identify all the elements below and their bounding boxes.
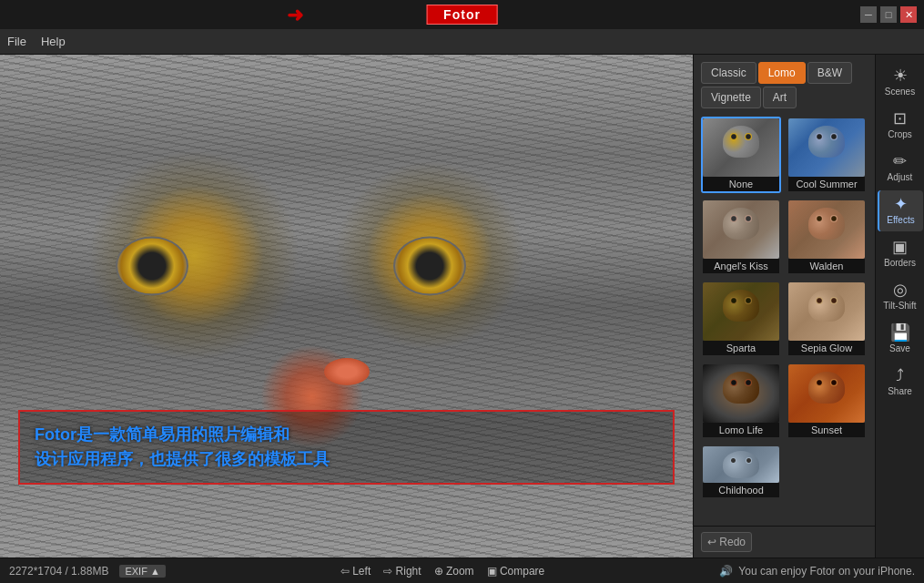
tool-borders-label: Borders [884, 258, 916, 269]
status-right: 🔊 You can enjoy Fotor on your iPhone. [719, 565, 915, 578]
borders-icon: ▣ [892, 239, 908, 255]
filter-none-thumb [703, 118, 779, 177]
tool-save[interactable]: 💾 Save [878, 319, 923, 360]
tool-scenes[interactable]: ☀ Scenes [878, 62, 923, 103]
menubar: File Help [0, 29, 924, 55]
filter-row-5: Childhood [701, 445, 868, 499]
share-icon: ⤴ [896, 367, 904, 384]
close-button[interactable]: ✕ [900, 6, 917, 23]
filter-tabs: Classic Lomo B&W Vignette Art [694, 55, 875, 111]
filter-sepia-label: Sepia Glow [788, 341, 865, 355]
exif-button[interactable]: EXIF ▲ [119, 565, 165, 578]
canvas-area: Fotor是一款简单易用的照片编辑和 设计应用程序，也提供了很多的模板工具 [0, 55, 693, 557]
filter-cool-label: Cool Summer [788, 177, 865, 191]
redo-area: ↩ Redo [694, 526, 875, 557]
window-controls: ─ □ ✕ [860, 6, 917, 23]
tool-share-label: Share [888, 386, 912, 397]
filter-row-4: Lomo Life Sunset [701, 363, 868, 439]
tab-art[interactable]: Art [763, 87, 797, 108]
tool-adjust-label: Adjust [888, 172, 913, 183]
filter-childhood[interactable]: Childhood [701, 445, 781, 499]
cat-eye-right [393, 236, 466, 295]
filter-sunset-label: Sunset [788, 423, 865, 437]
filter-sepia-thumb [788, 282, 865, 341]
menu-help[interactable]: Help [41, 35, 66, 48]
tool-save-label: Save [889, 343, 910, 354]
tool-effects-label: Effects [887, 215, 914, 226]
filter-walden-thumb [788, 200, 865, 259]
filter-sunset-thumb [788, 364, 865, 423]
cat-nose [324, 358, 370, 385]
save-icon: 💾 [890, 324, 910, 341]
tab-lomo[interactable]: Lomo [758, 62, 806, 84]
tiltshift-icon: ◎ [893, 281, 908, 298]
compare-button[interactable]: ▣ Compare [487, 565, 545, 578]
filter-grid[interactable]: None Cool Summer [694, 111, 875, 526]
maximize-button[interactable]: □ [880, 6, 897, 23]
filter-cool-thumb [788, 118, 865, 177]
tab-classic[interactable]: Classic [701, 62, 756, 84]
filter-none[interactable]: None [701, 117, 781, 193]
effects-icon: ✦ [894, 196, 908, 212]
notice-text: You can enjoy Fotor on your iPhone. [738, 565, 915, 578]
zoom-button[interactable]: ⊕ Zoom [434, 565, 474, 578]
overlay-line2: 设计应用程序，也提供了很多的模板工具 [35, 447, 658, 472]
filter-row-2: Angel's Kiss Walden [701, 199, 868, 275]
tool-scenes-label: Scenes [885, 87, 915, 97]
filter-angel-label: Angel's Kiss [703, 259, 779, 273]
tool-tiltshift[interactable]: ◎ Tilt-Shift [878, 276, 923, 317]
crops-icon: ⊡ [893, 110, 907, 127]
tool-tiltshift-label: Tilt-Shift [883, 301, 916, 312]
tool-adjust[interactable]: ✏ Adjust [878, 148, 923, 189]
cat-eye-left [116, 236, 188, 295]
filter-sepia[interactable]: Sepia Glow [787, 281, 867, 357]
redo-button[interactable]: ↩ Redo [701, 532, 752, 552]
image-dimensions: 2272*1704 / 1.88MB [9, 565, 108, 578]
filter-angel-thumb [703, 200, 779, 259]
tool-borders[interactable]: ▣ Borders [878, 233, 923, 274]
filter-lomo-label: Lomo Life [703, 423, 779, 437]
speaker-icon: 🔊 [719, 565, 733, 578]
filter-cool[interactable]: Cool Summer [787, 117, 867, 193]
text-overlay: Fotor是一款简单易用的照片编辑和 设计应用程序，也提供了很多的模板工具 [18, 410, 675, 485]
filter-lomo[interactable]: Lomo Life [701, 363, 781, 439]
filter-sparta[interactable]: Sparta [701, 281, 781, 357]
filter-tab-row2: Vignette Art [701, 87, 868, 108]
left-button[interactable]: ⇦ Left [340, 565, 371, 578]
toolbar: ☀ Scenes ⊡ Crops ✏ Adjust ✦ Effects ▣ Bo… [875, 55, 924, 557]
filter-tab-row1: Classic Lomo B&W [701, 62, 868, 84]
tab-vignette[interactable]: Vignette [701, 87, 761, 108]
right-button[interactable]: ⇨ Right [383, 565, 421, 578]
filter-sparta-thumb [703, 282, 779, 341]
tool-share[interactable]: ⤴ Share [878, 362, 923, 403]
titlebar: Fotor ➜ ─ □ ✕ [0, 0, 924, 29]
main-area: Fotor是一款简单易用的照片编辑和 设计应用程序，也提供了很多的模板工具 Cl… [0, 55, 924, 557]
statusbar: 2272*1704 / 1.88MB EXIF ▲ ⇦ Left ⇨ Right… [0, 557, 924, 583]
tool-crops-label: Crops [888, 129, 912, 140]
filter-walden[interactable]: Walden [787, 199, 867, 275]
filter-angel[interactable]: Angel's Kiss [701, 199, 781, 275]
menu-file[interactable]: File [7, 35, 26, 48]
title-label: Fotor [426, 5, 498, 25]
filter-row-1: None Cool Summer [701, 117, 868, 193]
adjust-icon: ✏ [893, 153, 907, 169]
tool-crops[interactable]: ⊡ Crops [878, 105, 923, 146]
status-left: 2272*1704 / 1.88MB EXIF ▲ [9, 565, 166, 578]
status-center: ⇦ Left ⇨ Right ⊕ Zoom ▣ Compare [180, 565, 705, 578]
scenes-icon: ☀ [893, 67, 908, 84]
filter-childhood-thumb [703, 446, 779, 483]
arrow-decoration: ➜ [287, 4, 303, 27]
overlay-line1: Fotor是一款简单易用的照片编辑和 [35, 423, 658, 447]
filter-none-label: None [703, 177, 779, 191]
tool-effects[interactable]: ✦ Effects [878, 190, 923, 231]
filter-lomo-thumb [703, 364, 779, 423]
filter-sunset[interactable]: Sunset [787, 363, 867, 439]
minimize-button[interactable]: ─ [860, 6, 877, 23]
filter-panel: Classic Lomo B&W Vignette Art [693, 55, 875, 557]
filter-row-3: Sparta Sepia Glow [701, 281, 868, 357]
filter-childhood-label: Childhood [703, 483, 779, 497]
filter-sparta-label: Sparta [703, 341, 779, 355]
tab-bw[interactable]: B&W [807, 62, 852, 84]
filter-walden-label: Walden [788, 259, 865, 273]
